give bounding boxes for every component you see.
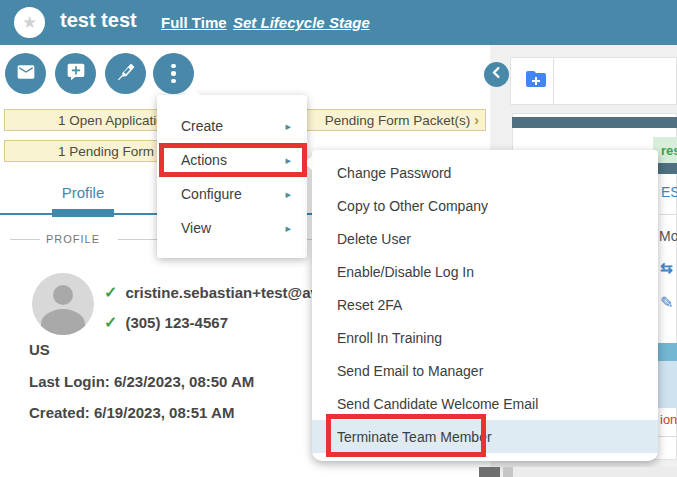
submenu-arrow-icon: ▸	[285, 188, 291, 201]
email-row: ✓ cristine.sebastian+test@avata	[104, 283, 341, 302]
submenu-item-enroll-in-training[interactable]: Enroll In Training	[312, 321, 658, 354]
sign-button[interactable]	[105, 53, 146, 94]
avatar-body-shape	[41, 309, 85, 335]
kebab-menu-icon	[171, 64, 176, 84]
submenu-item-terminate-team-member[interactable]: Terminate Team Member	[312, 420, 658, 453]
menu-item-label: Actions	[181, 152, 227, 168]
submenu-caret-left	[304, 155, 313, 171]
dark-text-fragment: Mo	[659, 228, 677, 244]
created-value: Created: 6/19/2023, 08:51 AM	[29, 404, 234, 421]
chat-plus-icon	[66, 62, 86, 86]
check-icon: ✓	[104, 313, 117, 332]
submenu-arrow-icon: ▸	[285, 120, 291, 133]
user-name: test test	[60, 9, 137, 32]
menu-item-view[interactable]: View ▸	[157, 211, 307, 245]
menu-item-actions[interactable]: Actions ▸	[157, 143, 307, 177]
right-card-header-bar	[512, 117, 677, 128]
context-menu: Create ▸ Actions ▸ Configure ▸ View ▸	[157, 95, 307, 258]
send-email-button[interactable]	[5, 53, 46, 94]
menu-item-create[interactable]: Create ▸	[157, 109, 307, 143]
horizontal-scrollbar-segment	[503, 467, 513, 477]
folder-plus-icon	[524, 67, 548, 95]
menu-item-configure[interactable]: Configure ▸	[157, 177, 307, 211]
check-icon: ✓	[104, 283, 117, 302]
light-blue-panel-fragment	[658, 361, 677, 408]
add-note-button[interactable]	[55, 53, 96, 94]
avatar-head-shape	[53, 285, 73, 305]
user-avatar: ★	[14, 7, 45, 38]
green-text-fragment: res	[661, 143, 677, 158]
email-value: cristine.sebastian+test@avata	[125, 284, 340, 301]
red-text-fragment: ion	[660, 412, 677, 427]
country-value: US	[29, 341, 50, 358]
chevron-right-icon: ›	[474, 112, 479, 128]
pending-form-packets-label: Pending Form Packet(s)	[325, 113, 471, 128]
submenu-item-send-candidate-welcome-email[interactable]: Send Candidate Welcome Email	[312, 387, 658, 420]
menu-caret-up	[183, 87, 201, 96]
chevron-left-icon	[489, 65, 504, 84]
submenu-item-send-email-to-manager[interactable]: Send Email to Manager	[312, 354, 658, 387]
collapse-panel-button[interactable]	[484, 62, 509, 87]
menu-item-label: View	[181, 220, 211, 236]
submenu-item-copy-to-other-company[interactable]: Copy to Other Company	[312, 189, 658, 222]
share-icon[interactable]: ⇆	[660, 259, 673, 277]
envelope-icon	[16, 62, 36, 86]
app-window: ★ test test Full Time Set Lifecycle Stag…	[0, 0, 677, 477]
submenu-arrow-icon: ▸	[285, 222, 291, 235]
profile-section-legend: PROFILE	[46, 233, 100, 245]
set-lifecycle-stage-link[interactable]: Set Lifecycle Stage	[233, 14, 370, 31]
tab-profile[interactable]: Profile	[52, 184, 114, 201]
submenu-item-delete-user[interactable]: Delete User	[312, 222, 658, 255]
phone-value: (305) 123-4567	[125, 314, 228, 331]
divider-fragment	[658, 436, 677, 437]
star-icon: ★	[22, 12, 37, 33]
legend-line-left	[10, 239, 40, 240]
toolbar-divider	[553, 57, 554, 105]
add-folder-button[interactable]	[521, 66, 551, 96]
sky-blue-bar-fragment	[658, 343, 677, 361]
horizontal-scrollbar-track	[513, 467, 677, 477]
menu-item-label: Configure	[181, 186, 242, 202]
actions-submenu: Change Password Copy to Other Company De…	[312, 150, 658, 461]
tab-active-indicator	[52, 209, 114, 217]
horizontal-scrollbar-thumb[interactable]	[479, 467, 500, 477]
last-login-value: Last Login: 6/23/2023, 08:50 AM	[29, 373, 254, 390]
open-applications-label: 1 Open Applicatio	[58, 113, 164, 128]
page-header: ★ test test Full Time Set Lifecycle Stag…	[0, 0, 677, 45]
submenu-item-reset-2fa[interactable]: Reset 2FA	[312, 288, 658, 321]
pen-nib-icon	[116, 62, 136, 86]
submenu-arrow-icon: ▸	[285, 154, 291, 167]
submenu-item-change-password[interactable]: Change Password	[312, 156, 658, 189]
pending-form-label: 1 Pending Form	[58, 144, 154, 159]
profile-avatar	[32, 273, 94, 335]
phone-row: ✓ (305) 123-4567	[104, 313, 228, 332]
divider-fragment	[660, 214, 677, 215]
menu-item-label: Create	[181, 118, 223, 134]
edit-pencil-icon[interactable]: ✎	[660, 293, 673, 312]
blue-text-fragment: ES	[661, 184, 677, 200]
full-time-link[interactable]: Full Time	[161, 14, 227, 31]
submenu-item-enable-disable-log-in[interactable]: Enable/Disable Log In	[312, 255, 658, 288]
